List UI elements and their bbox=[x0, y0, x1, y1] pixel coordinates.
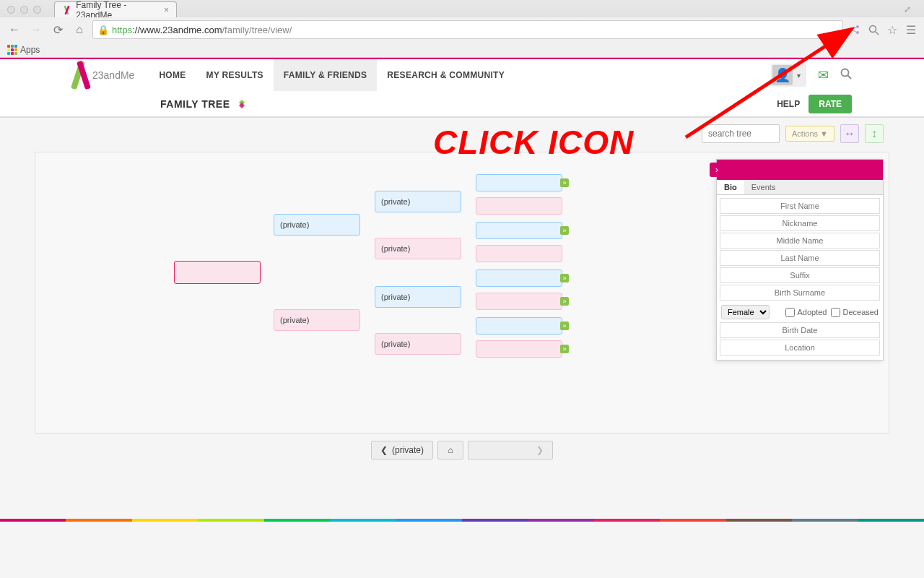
tree-node-g4-6[interactable]: » bbox=[476, 293, 562, 310]
tree-node-pgf[interactable]: (private) bbox=[375, 191, 461, 212]
tree-node-mother[interactable]: (private) bbox=[274, 309, 360, 331]
forward-button[interactable]: → bbox=[27, 21, 45, 38]
chevron-down-icon: ▾ bbox=[797, 72, 801, 79]
deceased-checkbox[interactable] bbox=[831, 308, 840, 317]
tab-bio[interactable]: Bio bbox=[717, 180, 744, 194]
nav-home[interactable]: HOME bbox=[149, 59, 196, 91]
details-panel: › Bio Events Female Adopted Deceased bbox=[716, 159, 884, 361]
prev-person-label: (private) bbox=[392, 445, 424, 455]
tree-node-g4-8[interactable]: » bbox=[476, 340, 562, 358]
location-field[interactable] bbox=[720, 340, 880, 355]
first-name-field[interactable] bbox=[720, 198, 880, 214]
apps-icon[interactable] bbox=[7, 45, 17, 55]
logo-mark-icon bbox=[72, 62, 90, 88]
mail-icon[interactable]: ✉ bbox=[818, 67, 829, 83]
lock-icon: 🔒 bbox=[97, 25, 109, 35]
svg-point-5 bbox=[869, 25, 876, 32]
gender-row: Female Adopted Deceased bbox=[720, 302, 880, 322]
svg-point-2 bbox=[856, 31, 859, 34]
panel-body: Female Adopted Deceased bbox=[717, 195, 883, 360]
rainbow-footer bbox=[0, 519, 924, 522]
tree-node-g4-1[interactable]: » bbox=[476, 174, 562, 191]
help-link[interactable]: HELP bbox=[777, 99, 800, 109]
last-name-field[interactable] bbox=[720, 250, 880, 266]
pan-horizontal-button[interactable]: ↔ bbox=[840, 124, 859, 143]
svg-point-1 bbox=[856, 25, 859, 28]
home-button[interactable]: ⌂ bbox=[71, 21, 88, 38]
sub-header: FAMILY TREE HELP RATE bbox=[0, 91, 924, 117]
tree-node-pgm[interactable]: (private) bbox=[375, 238, 461, 259]
avatar-icon: 👤 bbox=[772, 65, 793, 85]
nav-research-community[interactable]: RESEARCH & COMMUNITY bbox=[377, 59, 515, 91]
browser-tab[interactable]: Family Tree - 23andMe × bbox=[54, 1, 177, 17]
svg-point-7 bbox=[842, 69, 849, 77]
account-menu[interactable]: 👤 ▾ bbox=[771, 64, 806, 87]
svg-line-6 bbox=[876, 32, 879, 35]
prev-person-button[interactable]: ❮ (private) bbox=[371, 441, 433, 460]
tree-node-g4-2[interactable] bbox=[476, 197, 562, 215]
tree-node-root[interactable] bbox=[174, 261, 261, 284]
url-bar[interactable]: 🔒 https://www.23andme.com/family/tree/vi… bbox=[92, 20, 843, 39]
birth-surname-field[interactable] bbox=[720, 285, 880, 301]
browser-chrome: ⤢ Family Tree - 23andMe × ← → ⟳ ⌂ 🔒 http… bbox=[0, 0, 924, 45]
annotation-text: CLICK ICON bbox=[433, 123, 634, 162]
bookmark-bar: Apps bbox=[0, 42, 924, 58]
tree-node-g4-5[interactable]: » bbox=[476, 269, 562, 287]
home-icon: ⌂ bbox=[448, 445, 453, 455]
gender-select[interactable]: Female bbox=[721, 305, 770, 319]
expand-icon[interactable]: » bbox=[560, 297, 569, 306]
expand-icon[interactable]: » bbox=[560, 322, 569, 330]
search-tree-input[interactable] bbox=[702, 124, 780, 143]
tree-node-mgf[interactable]: (private) bbox=[375, 286, 461, 308]
tree-node-father[interactable]: (private) bbox=[274, 214, 360, 236]
svg-line-3 bbox=[853, 27, 857, 30]
tab-events[interactable]: Events bbox=[744, 180, 783, 194]
nav-family-friends[interactable]: FAMILY & FRIENDS bbox=[274, 59, 377, 91]
chevron-left-icon: ❮ bbox=[380, 445, 388, 455]
tree-node-g4-4[interactable] bbox=[476, 245, 562, 262]
header-search-icon[interactable] bbox=[840, 68, 852, 82]
tab-bar: Family Tree - 23andMe × bbox=[0, 1, 177, 17]
panel-header: › bbox=[717, 160, 883, 180]
tree-node-g4-7[interactable]: » bbox=[476, 317, 562, 335]
expand-icon[interactable]: » bbox=[560, 178, 569, 187]
expand-icon[interactable]: » bbox=[560, 274, 569, 282]
svg-line-4 bbox=[853, 30, 857, 33]
tree-node-g4-3[interactable]: » bbox=[476, 222, 562, 239]
back-button[interactable]: ← bbox=[6, 21, 23, 38]
search-icon[interactable] bbox=[866, 22, 881, 37]
tab-close-icon[interactable]: × bbox=[164, 5, 169, 15]
next-person-button[interactable]: ❯ bbox=[468, 441, 553, 460]
page-title: FAMILY TREE bbox=[160, 98, 248, 110]
star-icon[interactable]: ☆ bbox=[885, 22, 899, 37]
header-right: 👤 ▾ ✉ bbox=[771, 59, 895, 91]
birth-date-field[interactable] bbox=[720, 322, 880, 338]
share-icon[interactable] bbox=[847, 22, 862, 37]
rate-button[interactable]: RATE bbox=[808, 95, 852, 113]
chevron-right-icon: ❯ bbox=[536, 445, 544, 455]
adopted-checkbox[interactable] bbox=[785, 308, 795, 317]
expand-icon[interactable]: » bbox=[560, 345, 569, 353]
tree-logo-icon bbox=[236, 98, 248, 110]
suffix-field[interactable] bbox=[720, 267, 880, 283]
pan-vertical-button[interactable]: ↕ bbox=[865, 124, 884, 143]
fullscreen-icon[interactable]: ⤢ bbox=[904, 4, 917, 14]
adopted-label: Adopted bbox=[797, 308, 827, 316]
panel-collapse-button[interactable]: › bbox=[710, 163, 724, 177]
tab-favicon-icon bbox=[62, 5, 71, 15]
site-logo[interactable]: 23andMe bbox=[29, 59, 149, 91]
panel-tabs: Bio Events bbox=[717, 180, 883, 195]
nickname-field[interactable] bbox=[720, 215, 880, 231]
nav-my-results[interactable]: MY RESULTS bbox=[196, 59, 274, 91]
home-person-button[interactable]: ⌂ bbox=[437, 441, 463, 460]
reload-button[interactable]: ⟳ bbox=[49, 21, 66, 38]
svg-line-8 bbox=[848, 76, 852, 79]
middle-name-field[interactable] bbox=[720, 233, 880, 249]
browser-nav-bar: ← → ⟳ ⌂ 🔒 https://www.23andme.com/family… bbox=[0, 17, 924, 42]
expand-icon[interactable]: » bbox=[560, 226, 569, 235]
menu-icon[interactable]: ☰ bbox=[904, 22, 918, 37]
tree-node-mgm[interactable]: (private) bbox=[375, 333, 461, 355]
actions-button[interactable]: Actions ▼ bbox=[785, 126, 834, 142]
adopted-checkbox-wrap: Adopted bbox=[785, 308, 827, 317]
apps-label[interactable]: Apps bbox=[20, 45, 40, 55]
